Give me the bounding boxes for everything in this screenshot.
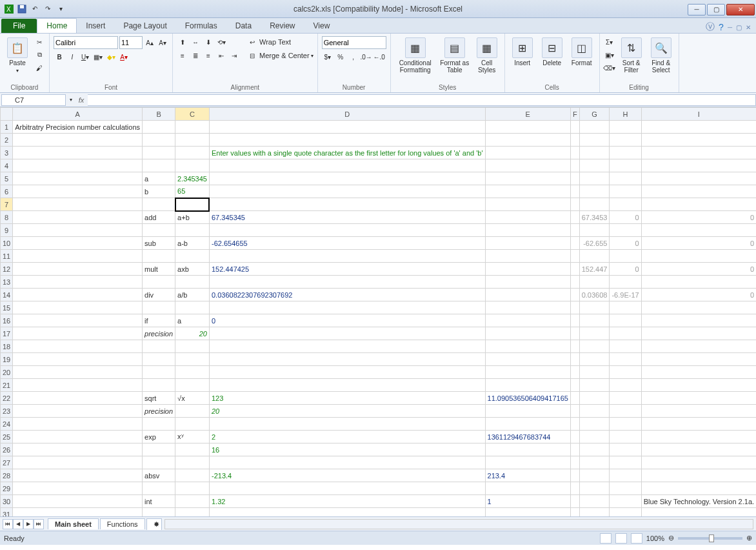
undo-icon[interactable]: ↶ (30, 4, 40, 14)
cell-H22[interactable] (610, 392, 641, 405)
cell-D16[interactable]: 0 (209, 314, 485, 327)
cell-E5[interactable] (485, 172, 570, 185)
cell-H10[interactable]: 0 (610, 237, 641, 250)
zoom-out-button[interactable]: ⊖ (668, 534, 674, 542)
cell-B26[interactable] (143, 443, 175, 456)
cell-B11[interactable] (143, 250, 175, 263)
column-header-E[interactable]: E (485, 108, 570, 121)
view-pagebreak-icon[interactable] (631, 533, 642, 544)
cell-C17[interactable]: 20 (175, 327, 210, 340)
format-as-table-button[interactable]: ▤Format as Table (439, 35, 471, 83)
cell-B16[interactable]: if (143, 314, 175, 327)
cell-D5[interactable] (209, 172, 485, 185)
cell-B22[interactable]: sqrt (143, 392, 175, 405)
cell-E16[interactable] (485, 314, 570, 327)
new-sheet-button[interactable]: ✸ (146, 518, 162, 530)
italic-button[interactable]: I (66, 51, 78, 63)
cell-I31[interactable] (641, 508, 756, 517)
cell-H27[interactable] (610, 456, 641, 469)
cell-C27[interactable] (175, 456, 210, 469)
cell-H6[interactable] (610, 185, 641, 198)
cell-C7[interactable] (175, 198, 210, 211)
column-header-H[interactable]: H (610, 108, 641, 121)
minimize-button[interactable]: ─ (688, 4, 706, 15)
cell-H30[interactable] (610, 495, 641, 508)
cell-A9[interactable] (13, 224, 143, 237)
close-button[interactable]: ✕ (726, 4, 755, 15)
cell-E3[interactable] (485, 147, 570, 159)
row-header-28[interactable]: 28 (1, 469, 13, 482)
cell-I1[interactable] (641, 121, 756, 134)
row-header-9[interactable]: 9 (1, 224, 13, 237)
cell-I27[interactable] (641, 456, 756, 469)
cell-I19[interactable] (641, 353, 756, 366)
cell-D27[interactable] (209, 456, 485, 469)
cell-D24[interactable] (209, 418, 485, 431)
wrap-text-button[interactable]: ↩Wrap Text (246, 36, 313, 48)
fill-color-button[interactable]: ◆▾ (105, 51, 117, 63)
column-header-C[interactable]: C (175, 108, 210, 121)
qat-dropdown-icon[interactable]: ▾ (55, 4, 66, 14)
cell-F21[interactable] (570, 379, 579, 392)
row-header-12[interactable]: 12 (1, 263, 13, 276)
cell-D31[interactable] (209, 508, 485, 517)
cell-I8[interactable]: 0 (641, 211, 756, 224)
sheet-nav-next-icon[interactable]: ▶ (23, 519, 34, 529)
merge-center-button[interactable]: ⊟Merge & Center▾ (246, 50, 313, 61)
cell-H2[interactable] (610, 134, 641, 147)
cell-F11[interactable] (570, 250, 579, 263)
cell-D4[interactable] (209, 159, 485, 172)
cell-I16[interactable] (641, 314, 756, 327)
cell-I9[interactable] (641, 224, 756, 237)
cell-G8[interactable]: 67.3453 (579, 211, 610, 224)
cell-I26[interactable] (641, 443, 756, 456)
cell-A17[interactable] (13, 327, 143, 340)
cell-H25[interactable] (610, 431, 641, 443)
cell-F18[interactable] (570, 340, 579, 353)
cell-C6[interactable]: 65 (175, 185, 210, 198)
cell-H21[interactable] (610, 379, 641, 392)
row-header-20[interactable]: 20 (1, 366, 13, 379)
cell-G16[interactable] (579, 314, 610, 327)
row-header-31[interactable]: 31 (1, 508, 13, 517)
cell-C10[interactable]: a-b (175, 237, 210, 250)
cell-F20[interactable] (570, 366, 579, 379)
row-header-29[interactable]: 29 (1, 482, 13, 495)
cell-B1[interactable] (143, 121, 175, 134)
cell-E20[interactable] (485, 366, 570, 379)
cell-C22[interactable]: √x (175, 392, 210, 405)
cell-I6[interactable] (641, 185, 756, 198)
cell-F10[interactable] (570, 237, 579, 250)
cell-F4[interactable] (570, 159, 579, 172)
cell-B8[interactable]: add (143, 211, 175, 224)
number-format-select[interactable] (322, 36, 386, 49)
cell-G30[interactable] (579, 495, 610, 508)
cell-D3[interactable]: Enter values with a single quote charact… (209, 147, 485, 159)
cell-C25[interactable]: xʸ (175, 431, 210, 443)
cell-E23[interactable] (485, 405, 570, 418)
font-color-button[interactable]: A▾ (118, 51, 130, 63)
cell-D11[interactable] (209, 250, 485, 263)
cell-C9[interactable] (175, 224, 210, 237)
save-icon[interactable] (17, 4, 27, 14)
cell-G20[interactable] (579, 366, 610, 379)
cell-E19[interactable] (485, 353, 570, 366)
view-layout-icon[interactable] (615, 533, 627, 544)
name-box[interactable]: C7 (1, 94, 66, 106)
cell-H20[interactable] (610, 366, 641, 379)
border-button[interactable]: ▦▾ (92, 51, 104, 63)
cell-D6[interactable] (209, 185, 485, 198)
clear-icon[interactable]: ⌫▾ (604, 62, 615, 74)
cell-A4[interactable] (13, 159, 143, 172)
cell-I18[interactable] (641, 340, 756, 353)
decrease-decimal-icon[interactable]: ←.0 (373, 51, 385, 63)
cell-G2[interactable] (579, 134, 610, 147)
sheet-nav-prev-icon[interactable]: ◀ (13, 519, 23, 529)
cell-H17[interactable] (610, 327, 641, 340)
fx-icon[interactable]: fx (75, 96, 88, 104)
zoom-in-button[interactable]: ⊕ (746, 534, 752, 542)
increase-font-icon[interactable]: A▴ (144, 37, 155, 48)
tab-formulas[interactable]: Formulas (176, 19, 226, 33)
cell-D9[interactable] (209, 224, 485, 237)
maximize-button[interactable]: ▢ (707, 4, 725, 15)
